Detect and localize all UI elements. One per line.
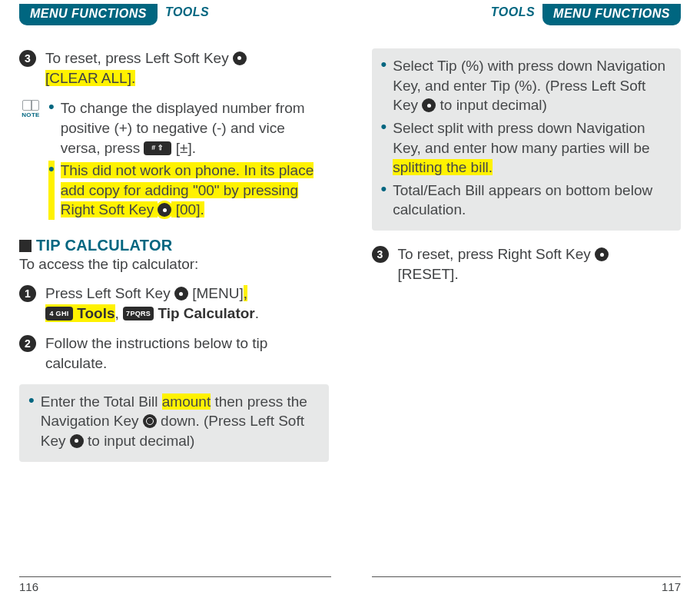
note-item-1: • To change the displayed number from po… [48, 98, 329, 158]
key-4-icon: 4 GHI [45, 307, 73, 320]
infobox-right-item-2: • Select split with press down Navigatio… [381, 118, 672, 178]
tip-calculator-sub: To access the tip calculator: [19, 256, 329, 273]
infobox-r3-text: Total/Each Bill appears on bottom below … [393, 181, 672, 220]
bullet-3-icon: 3 [372, 246, 389, 263]
header-left: MENU FUNCTIONS TOOLS [19, 4, 329, 35]
bullet-2-icon: 2 [19, 335, 36, 352]
footer-left: 116 [19, 576, 331, 593]
step1-tipcalc: Tip Calculator [154, 305, 255, 321]
step-2-text: Follow the instructions below to tip cal… [45, 334, 329, 373]
right-soft-key-icon [595, 247, 609, 261]
page-left: MENU FUNCTIONS TOOLS 3 To reset, press L… [0, 0, 350, 601]
step-3-text: To reset, press Left Soft Key [CLEAR ALL… [45, 48, 247, 88]
tip-calculator-title: TIP CALCULATOR [36, 237, 173, 254]
navigation-key-icon [143, 414, 157, 428]
step3-clear-all: [CLEAR ALL]. [45, 70, 135, 86]
step1-line2-hl: 4 GHI Tools [45, 304, 115, 322]
footer-right: 117 [372, 576, 682, 593]
step-1-text: Press Left Soft Key [MENU], 4 GHI Tools,… [45, 284, 259, 323]
note1-b: [±]. [171, 140, 196, 156]
infobox-right-item-1: • Select Tip (%) with press down Navigat… [381, 56, 672, 115]
note1-text: To change the displayed number from posi… [61, 98, 329, 158]
tab-menu-functions-right: MENU FUNCTIONS [542, 4, 681, 25]
book-icon [22, 100, 39, 111]
note-body: • To change the displayed number from po… [48, 98, 329, 223]
rbox2-split: splitting the bill. [393, 159, 493, 175]
note-label: NOTE [22, 111, 39, 118]
bullet-icon: • [381, 56, 387, 115]
square-icon [19, 240, 32, 252]
rbox1-b: to input decimal) [436, 97, 547, 113]
rstep3-a: To reset, press Right Soft Key [398, 246, 595, 262]
left-soft-key-icon [422, 98, 436, 112]
step-3-left: 3 To reset, press Left Soft Key [CLEAR A… [19, 48, 329, 88]
infobox-right-item-3: • Total/Each Bill appears on bottom belo… [381, 181, 672, 220]
infobox-left-text: Enter the Total Bill amount then press t… [41, 392, 320, 451]
note2-b: [00]. [171, 201, 204, 217]
step3-text-a: To reset, press Left Soft Key [45, 50, 233, 66]
note-item-2: • This did not work on phone. In its pla… [48, 161, 329, 220]
step-3-right: 3 To reset, press Right Soft Key [RESET]… [372, 244, 682, 284]
hash-key-icon: # ⇧ [144, 141, 171, 155]
tab-tools: TOOLS [158, 4, 217, 19]
step1-a: Press Left Soft Key [45, 285, 174, 301]
left-soft-key-icon [70, 434, 84, 448]
page-number-right: 117 [662, 580, 681, 593]
bullet-icon: • [381, 118, 387, 178]
bullet-icon: • [381, 181, 387, 220]
page-right: TOOLS MENU FUNCTIONS • Select Tip (%) wi… [350, 0, 701, 601]
step1-tools: Tools [73, 305, 115, 321]
step-2: 2 Follow the instructions below to tip c… [19, 334, 329, 373]
bullet-1-icon: 1 [19, 285, 36, 302]
step-3-right-text: To reset, press Right Soft Key [RESET]. [398, 244, 609, 284]
note-block: NOTE • To change the displayed number fr… [19, 98, 329, 223]
header-right: TOOLS MENU FUNCTIONS [372, 4, 682, 35]
infobox-r1-text: Select Tip (%) with press down Navigatio… [393, 56, 672, 115]
note2-text: This did not work on phone. In its place… [61, 161, 329, 220]
tab-menu-functions: MENU FUNCTIONS [19, 4, 158, 25]
note-icon: NOTE [19, 100, 42, 223]
step1-comma2: , [115, 305, 124, 321]
info-box-right: • Select Tip (%) with press down Navigat… [372, 48, 682, 231]
infobox-r2-text: Select split with press down Navigation … [393, 118, 672, 178]
left-soft-key-icon [174, 287, 188, 300]
bullet-icon-hl: • [48, 161, 55, 220]
tab-tools-right: TOOLS [483, 4, 542, 19]
tip-calculator-heading: TIP CALCULATOR [19, 237, 329, 254]
left-soft-key-icon [233, 51, 247, 65]
step-1: 1 Press Left Soft Key [MENU], 4 GHI Tool… [19, 284, 329, 323]
bullet-icon: • [28, 392, 35, 451]
box1-amount: amount [162, 393, 211, 410]
info-box-left: • Enter the Total Bill amount then press… [19, 384, 329, 462]
step1-menu: [MENU] [188, 285, 244, 301]
step1-comma1: , [244, 285, 247, 301]
step1-period: . [255, 305, 259, 321]
infobox-left-item: • Enter the Total Bill amount then press… [28, 392, 320, 451]
bullet-3-icon: 3 [19, 50, 36, 67]
key-7-icon: 7PQRS [123, 307, 154, 320]
box1-a: Enter the Total Bill [41, 393, 162, 410]
right-soft-key-icon [158, 203, 171, 217]
rstep3-reset: [RESET]. [398, 266, 459, 282]
page-container: MENU FUNCTIONS TOOLS 3 To reset, press L… [0, 0, 700, 601]
rbox2-a: Select split with press down Navigation … [393, 120, 649, 156]
page-number-left: 116 [19, 580, 38, 593]
bullet-icon: • [48, 98, 55, 158]
box1-d: to input decimal) [84, 433, 195, 449]
